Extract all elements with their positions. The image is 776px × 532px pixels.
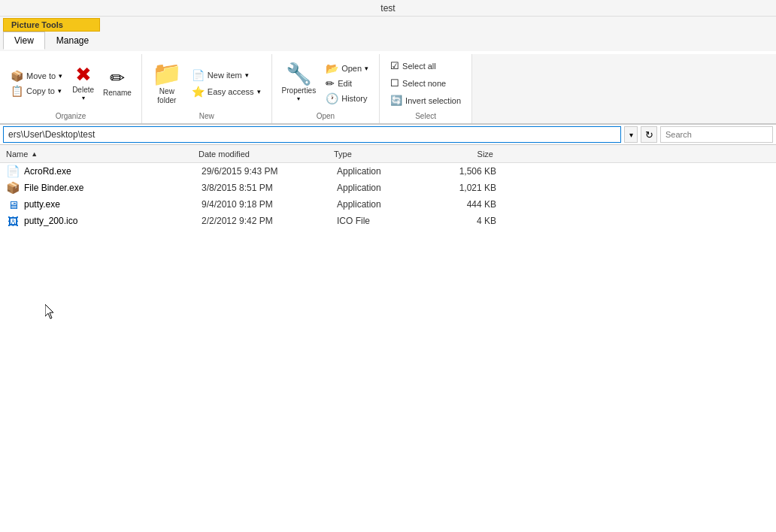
edit-button[interactable]: ✏ Edit <box>321 76 373 91</box>
file-name: File Binder.exe <box>24 183 83 193</box>
organize-group: 📦 Move to ▾ 📋 Copy to ▾ ✖ Delete ▾ ✏ Re <box>0 54 142 123</box>
main-content: Name ▲ Date modified Type Size 📄 AcroRd.… <box>0 145 776 532</box>
organize-label: Organize <box>56 109 86 120</box>
easy-access-button[interactable]: ⭐ Easy access ▾ <box>187 83 265 100</box>
file-name-cell: 📦 File Binder.exe <box>6 181 202 195</box>
invert-selection-button[interactable]: 🔄 Invert selection <box>386 92 465 109</box>
ribbon: 📦 Move to ▾ 📋 Copy to ▾ ✖ Delete ▾ ✏ Re <box>0 51 776 125</box>
file-list-header: Name ▲ Date modified Type Size <box>0 145 776 163</box>
file-date: 9/4/2010 9:18 PM <box>202 199 337 210</box>
file-name: putty.exe <box>24 199 60 210</box>
column-header-name[interactable]: Name ▲ <box>3 150 199 159</box>
column-header-type[interactable]: Type <box>334 150 424 159</box>
new-label: New <box>199 109 214 120</box>
column-header-date[interactable]: Date modified <box>199 150 334 159</box>
picture-tools-label: Picture Tools <box>3 18 100 32</box>
select-all-button[interactable]: ☑ Select all <box>386 57 465 74</box>
window-title: test <box>380 3 395 14</box>
tab-view[interactable]: View <box>3 32 45 50</box>
delete-button[interactable]: ✖ Delete ▾ <box>68 62 98 104</box>
file-name: putty_200.ico <box>24 216 77 226</box>
file-size: 1,506 KB <box>427 166 502 177</box>
empty-area <box>0 229 776 455</box>
tab-manage[interactable]: Manage <box>45 32 100 50</box>
file-type: Application <box>337 183 427 193</box>
column-header-size[interactable]: Size <box>424 150 499 159</box>
table-row[interactable]: 🖼 putty_200.ico 2/2/2012 9:42 PM ICO Fil… <box>0 213 776 229</box>
file-icon: 📦 <box>6 181 20 195</box>
svg-marker-0 <box>45 304 53 319</box>
address-input[interactable] <box>3 126 621 143</box>
file-type: ICO File <box>337 216 427 226</box>
file-date: 29/6/2015 9:43 PM <box>202 166 337 177</box>
select-none-button[interactable]: ☐ Select none <box>386 74 465 92</box>
file-icon: 🖥 <box>6 198 20 211</box>
file-size: 444 KB <box>427 199 502 210</box>
file-icon: 🖼 <box>6 215 20 228</box>
search-input[interactable] <box>660 126 773 143</box>
mouse-cursor <box>45 304 56 322</box>
move-to-button[interactable]: 📦 Move to ▾ <box>6 68 67 83</box>
table-row[interactable]: 📦 File Binder.exe 3/8/2015 8:51 PM Appli… <box>0 180 776 196</box>
properties-button[interactable]: 🔧 Properties ▾ <box>278 62 320 104</box>
table-row[interactable]: 🖥 putty.exe 9/4/2010 9:18 PM Application… <box>0 196 776 213</box>
file-size: 1,021 KB <box>427 183 502 193</box>
rename-button[interactable]: ✏ Rename <box>99 67 135 100</box>
history-button[interactable]: 🕐 History <box>321 91 373 106</box>
file-type: Application <box>337 166 427 177</box>
file-date: 3/8/2015 8:51 PM <box>202 183 337 193</box>
file-name-cell: 🖼 putty_200.ico <box>6 215 202 228</box>
file-icon: 📄 <box>6 165 20 178</box>
table-row[interactable]: 📄 AcroRd.exe 29/6/2015 9:43 PM Applicati… <box>0 163 776 180</box>
select-label: Select <box>415 109 436 120</box>
open-button[interactable]: 📂 Open ▾ <box>321 61 373 76</box>
copy-to-button[interactable]: 📋 Copy to ▾ <box>6 83 67 98</box>
select-group: ☑ Select all ☐ Select none 🔄 Invert sele… <box>380 54 472 123</box>
file-date: 2/2/2012 9:42 PM <box>202 216 337 226</box>
new-group: 📁 Newfolder 📄 New item ▾ ⭐ Easy access ▾… <box>142 54 272 123</box>
new-item-button[interactable]: 📄 New item ▾ <box>187 67 265 83</box>
open-group: 🔧 Properties ▾ 📂 Open ▾ ✏ Edit 🕐 History <box>272 54 380 123</box>
file-type: Application <box>337 199 427 210</box>
address-dropdown-button[interactable]: ▾ <box>624 126 638 143</box>
refresh-button[interactable]: ↻ <box>641 126 657 143</box>
file-name: AcroRd.exe <box>24 166 71 177</box>
file-name-cell: 📄 AcroRd.exe <box>6 165 202 178</box>
open-label: Open <box>317 109 335 120</box>
title-bar: test <box>0 0 776 17</box>
file-name-cell: 🖥 putty.exe <box>6 198 202 211</box>
new-folder-button[interactable]: 📁 Newfolder <box>148 59 186 107</box>
file-list: Name ▲ Date modified Type Size 📄 AcroRd.… <box>0 145 776 532</box>
address-bar: ▾ ↻ <box>0 125 776 145</box>
file-size: 4 KB <box>427 216 502 226</box>
